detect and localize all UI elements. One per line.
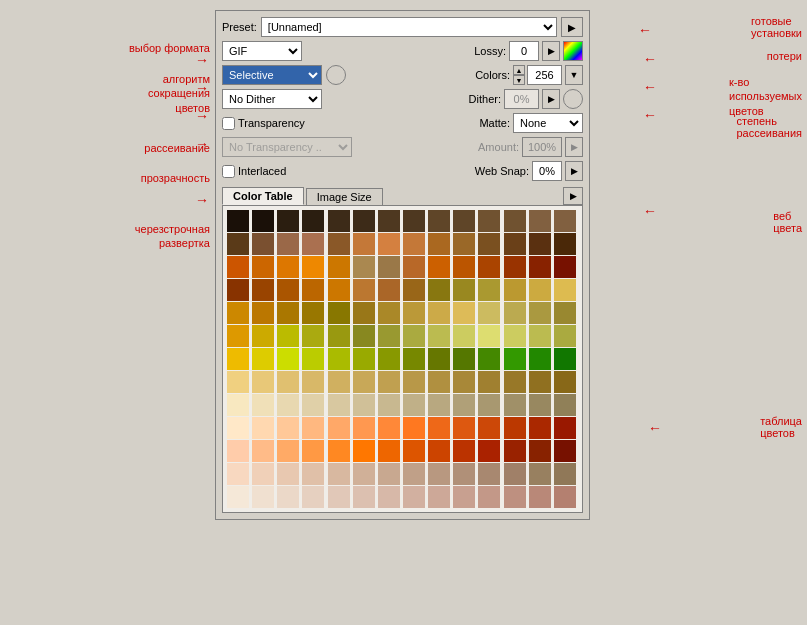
color-cell[interactable] (353, 256, 375, 278)
color-cell[interactable] (353, 325, 375, 347)
color-cell[interactable] (252, 279, 274, 301)
color-cell[interactable] (403, 417, 425, 439)
interlaced-checkbox-label[interactable]: Interlaced (222, 165, 286, 178)
color-cell[interactable] (478, 417, 500, 439)
color-cell[interactable] (453, 210, 475, 232)
color-cell[interactable] (328, 486, 350, 508)
color-cell[interactable] (428, 302, 450, 324)
color-cell[interactable] (277, 371, 299, 393)
color-cell[interactable] (277, 302, 299, 324)
color-cell[interactable] (353, 463, 375, 485)
color-cell[interactable] (554, 233, 576, 255)
format-select[interactable]: GIF (222, 41, 302, 61)
color-cell[interactable] (529, 463, 551, 485)
color-cell[interactable] (478, 394, 500, 416)
dither-arrow-btn[interactable]: ▶ (542, 89, 560, 109)
color-cell[interactable] (252, 233, 274, 255)
color-cell[interactable] (428, 279, 450, 301)
color-cell[interactable] (302, 417, 324, 439)
color-cell[interactable] (529, 486, 551, 508)
color-cell[interactable] (328, 371, 350, 393)
color-cell[interactable] (378, 463, 400, 485)
color-cell[interactable] (478, 233, 500, 255)
color-cell[interactable] (378, 279, 400, 301)
color-cell[interactable] (328, 256, 350, 278)
color-cell[interactable] (453, 325, 475, 347)
color-cell[interactable] (227, 279, 249, 301)
color-cell[interactable] (252, 302, 274, 324)
color-cell[interactable] (378, 394, 400, 416)
color-cell[interactable] (554, 486, 576, 508)
color-cell[interactable] (277, 279, 299, 301)
color-cell[interactable] (478, 486, 500, 508)
color-cell[interactable] (378, 348, 400, 370)
color-cell[interactable] (227, 348, 249, 370)
color-cell[interactable] (428, 256, 450, 278)
color-cell[interactable] (378, 417, 400, 439)
colors-dropdown-btn[interactable]: ▼ (565, 65, 583, 85)
color-cell[interactable] (453, 486, 475, 508)
color-cell[interactable] (277, 394, 299, 416)
color-cell[interactable] (529, 371, 551, 393)
color-cell[interactable] (529, 302, 551, 324)
color-cell[interactable] (504, 463, 526, 485)
color-cell[interactable] (529, 325, 551, 347)
color-cell[interactable] (353, 486, 375, 508)
algo-circle-btn[interactable] (326, 65, 346, 85)
color-cell[interactable] (504, 302, 526, 324)
color-cell[interactable] (227, 210, 249, 232)
color-cell[interactable] (277, 348, 299, 370)
color-cell[interactable] (378, 440, 400, 462)
color-cell[interactable] (378, 371, 400, 393)
color-cell[interactable] (353, 210, 375, 232)
color-cell[interactable] (453, 371, 475, 393)
color-cell[interactable] (252, 440, 274, 462)
color-cell[interactable] (353, 279, 375, 301)
color-cell[interactable] (378, 325, 400, 347)
color-cell[interactable] (277, 440, 299, 462)
color-cell[interactable] (529, 210, 551, 232)
color-cell[interactable] (478, 279, 500, 301)
color-cell[interactable] (504, 440, 526, 462)
color-cell[interactable] (252, 325, 274, 347)
color-cell[interactable] (252, 210, 274, 232)
tab-play-btn[interactable]: ▶ (563, 187, 583, 205)
color-cell[interactable] (529, 279, 551, 301)
color-cell[interactable] (529, 348, 551, 370)
color-cell[interactable] (554, 371, 576, 393)
color-cell[interactable] (277, 210, 299, 232)
color-cell[interactable] (478, 302, 500, 324)
color-cell[interactable] (554, 302, 576, 324)
color-cell[interactable] (328, 233, 350, 255)
color-cell[interactable] (302, 440, 324, 462)
websnap-arrow-btn[interactable]: ▶ (565, 161, 583, 181)
color-cell[interactable] (504, 279, 526, 301)
color-cell[interactable] (478, 256, 500, 278)
color-cell[interactable] (302, 325, 324, 347)
color-cell[interactable] (252, 371, 274, 393)
color-cell[interactable] (353, 417, 375, 439)
color-cell[interactable] (328, 417, 350, 439)
color-cell[interactable] (403, 348, 425, 370)
spinner-up-btn[interactable]: ▲ (513, 65, 525, 75)
color-cell[interactable] (453, 394, 475, 416)
color-cell[interactable] (353, 233, 375, 255)
spinner-down-btn[interactable]: ▼ (513, 75, 525, 85)
color-cell[interactable] (403, 302, 425, 324)
color-cell[interactable] (277, 256, 299, 278)
color-cell[interactable] (478, 348, 500, 370)
color-cell[interactable] (328, 440, 350, 462)
color-cell[interactable] (428, 417, 450, 439)
transparency-checkbox[interactable] (222, 117, 235, 130)
color-cell[interactable] (328, 394, 350, 416)
tab-color-table[interactable]: Color Table (222, 187, 304, 205)
color-cell[interactable] (453, 348, 475, 370)
color-cell[interactable] (403, 463, 425, 485)
color-cell[interactable] (252, 394, 274, 416)
color-cell[interactable] (227, 371, 249, 393)
color-cell[interactable] (328, 210, 350, 232)
color-cell[interactable] (403, 256, 425, 278)
color-cell[interactable] (328, 302, 350, 324)
algo-select[interactable]: Selective (222, 65, 322, 85)
color-cell[interactable] (504, 371, 526, 393)
